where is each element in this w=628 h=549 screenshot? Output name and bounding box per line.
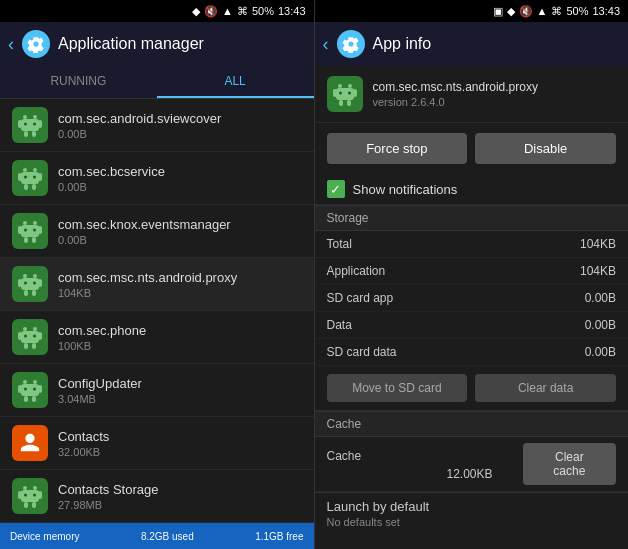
app-manager-title: Application manager (58, 35, 204, 53)
list-item[interactable]: com.sec.msc.nts.android.proxy 104KB (0, 258, 314, 311)
svg-rect-27 (32, 237, 36, 243)
list-item[interactable]: com.sec.android.sviewcover 0.00B (0, 99, 314, 152)
svg-point-2 (33, 115, 37, 119)
list-item[interactable]: com.sec.knox.eventsmanager 0.00B (0, 205, 314, 258)
clear-cache-button[interactable]: Clear cache (523, 443, 616, 485)
svg-rect-13 (21, 172, 39, 184)
tabs-bar: RUNNING ALL (0, 66, 314, 99)
app-info-app-icon (327, 76, 363, 112)
sdcard-data-label: SD card data (327, 345, 397, 359)
package-name: com.sec.msc.nts.android.proxy (373, 80, 538, 96)
app-details: com.sec.bcservice 0.00B (58, 164, 302, 193)
clear-data-button[interactable]: Clear data (475, 374, 616, 402)
left-panel: ◆ 🔇 ▲ ⌘ 50% 13:43 ‹ Application manager … (0, 0, 314, 549)
storage-sdcard-app-row: SD card app 0.00B (315, 285, 629, 312)
total-label: Total (327, 237, 352, 251)
svg-point-72 (348, 84, 352, 88)
svg-point-59 (33, 388, 36, 391)
back-button-right[interactable]: ‹ (323, 34, 329, 55)
list-item[interactable]: com.sec.phone 100KB (0, 311, 314, 364)
svg-point-9 (33, 123, 36, 126)
left-app-bar: ‹ Application manager (0, 22, 314, 66)
svg-rect-47 (32, 343, 36, 349)
app-size: 104KB (58, 287, 302, 299)
list-item[interactable]: com.sec.bcservice 0.00B (0, 152, 314, 205)
force-stop-button[interactable]: Force stop (327, 133, 468, 164)
svg-point-11 (23, 168, 27, 172)
disable-button[interactable]: Disable (475, 133, 616, 164)
svg-rect-14 (18, 173, 22, 181)
svg-rect-15 (38, 173, 42, 181)
data-value: 0.00B (585, 318, 616, 332)
svg-point-71 (338, 84, 342, 88)
svg-point-31 (23, 274, 27, 278)
app-name-version: com.sec.msc.nts.android.proxy version 2.… (373, 80, 538, 108)
list-item[interactable]: Contacts Storage 27.98MB (0, 470, 314, 523)
app-name: com.sec.android.sviewcover (58, 111, 302, 126)
svg-point-52 (33, 380, 37, 384)
app-icon (12, 372, 48, 408)
svg-point-12 (33, 168, 37, 172)
status-bar-right: ▣ ◆ 🔇 ▲ ⌘ 50% 13:43 (315, 0, 629, 22)
svg-point-29 (33, 229, 36, 232)
svg-rect-67 (32, 502, 36, 508)
svg-rect-77 (347, 100, 351, 106)
signal-icon-r: ▲ (537, 5, 548, 17)
app-icon (12, 266, 48, 302)
svg-point-62 (33, 486, 37, 490)
bluetooth-icon-r: ◆ (507, 5, 515, 18)
app-info-title: App info (373, 35, 432, 53)
app-name: com.sec.knox.eventsmanager (58, 217, 302, 232)
cache-label: Cache (327, 449, 362, 463)
app-icon (12, 107, 48, 143)
svg-rect-57 (32, 396, 36, 402)
app-size: 0.00B (58, 181, 302, 193)
app-details: com.sec.android.sviewcover 0.00B (58, 111, 302, 140)
app-info-icon (337, 30, 365, 58)
svg-rect-33 (21, 278, 39, 290)
app-size: 100KB (58, 340, 302, 352)
svg-point-42 (33, 327, 37, 331)
svg-rect-17 (32, 184, 36, 190)
svg-rect-7 (32, 131, 36, 137)
move-to-sd-button[interactable]: Move to SD card (327, 374, 468, 402)
app-size: 0.00B (58, 128, 302, 140)
wifi-icon-r: ⌘ (551, 5, 562, 18)
storage-total-row: Total 104KB (315, 231, 629, 258)
svg-point-28 (24, 229, 27, 232)
list-item[interactable]: Contacts 32.00KB (0, 417, 314, 470)
total-value: 104KB (580, 237, 616, 251)
time-left: 13:43 (278, 5, 306, 17)
svg-rect-46 (24, 343, 28, 349)
mute-icon-r: 🔇 (519, 5, 533, 18)
svg-rect-76 (339, 100, 343, 106)
app-list: com.sec.android.sviewcover 0.00B (0, 99, 314, 523)
app-size: 3.04MB (58, 393, 302, 405)
svg-point-8 (24, 123, 27, 126)
app-details: com.sec.knox.eventsmanager 0.00B (58, 217, 302, 246)
svg-rect-5 (38, 120, 42, 128)
svg-rect-25 (38, 226, 42, 234)
notifications-checkbox[interactable]: ✓ (327, 180, 345, 198)
app-details: com.sec.phone 100KB (58, 323, 302, 352)
tab-all[interactable]: ALL (157, 66, 314, 98)
tab-running[interactable]: RUNNING (0, 66, 157, 98)
app-icon (12, 319, 48, 355)
time-right: 13:43 (592, 5, 620, 17)
cache-info: Cache 12.00KB (327, 446, 523, 482)
app-icon (12, 478, 48, 514)
back-button[interactable]: ‹ (8, 34, 14, 55)
show-notifications-row[interactable]: ✓ Show notifications (315, 174, 629, 205)
data-label: Data (327, 318, 352, 332)
svg-rect-45 (38, 332, 42, 340)
svg-point-79 (348, 92, 351, 95)
screenshot-icon: ▣ (493, 5, 503, 18)
app-value: 104KB (580, 264, 616, 278)
svg-point-1 (23, 115, 27, 119)
right-app-bar: ‹ App info (315, 22, 629, 66)
svg-point-48 (24, 335, 27, 338)
svg-point-19 (33, 176, 36, 179)
bluetooth-icon: ◆ (192, 5, 200, 18)
list-item[interactable]: ConfigUpdater 3.04MB (0, 364, 314, 417)
svg-rect-64 (18, 491, 22, 499)
